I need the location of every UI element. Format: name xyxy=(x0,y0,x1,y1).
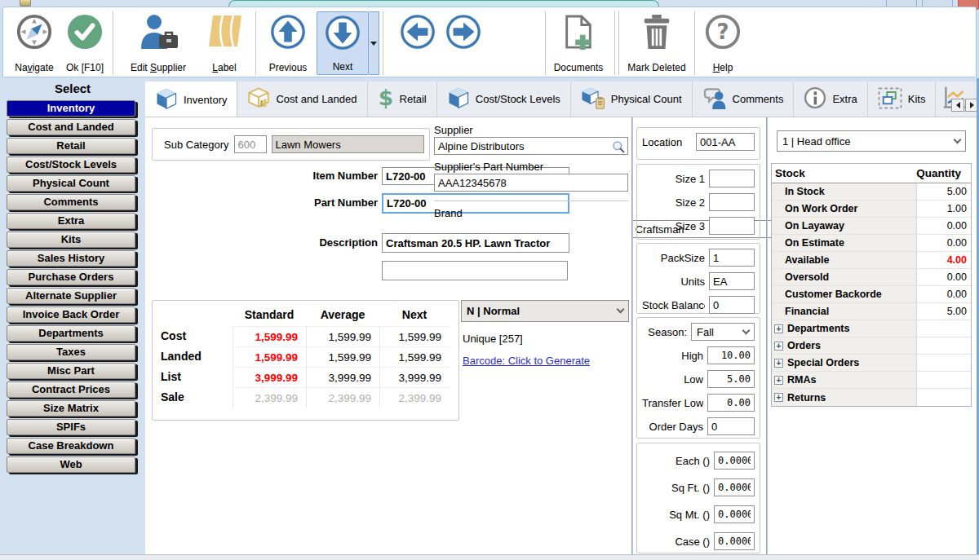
expand-plus-icon[interactable] xyxy=(774,376,783,385)
tab-extra[interactable]: Extra xyxy=(794,82,867,117)
stock-row-value xyxy=(917,337,971,354)
branch-dropdown[interactable]: 1 | Head office xyxy=(777,130,966,152)
sidebar-item-invoice-back-order[interactable]: Invoice Back Order xyxy=(7,306,135,323)
price-table: Standard Average Next Cost 1,599.99 1,59… xyxy=(156,304,455,408)
previous-button[interactable]: Previous xyxy=(263,11,313,75)
brand-label: Brand xyxy=(434,207,463,219)
arrow-down-circle-icon xyxy=(324,14,361,54)
case-label: Case () xyxy=(675,536,710,548)
case-input[interactable] xyxy=(714,532,755,550)
cube-clipboard-icon xyxy=(581,86,605,112)
next-dropdown-arrow[interactable] xyxy=(369,11,379,75)
stock-row: Customer Backorde0.00 xyxy=(772,286,971,303)
item-status-dropdown[interactable]: N | Normal xyxy=(461,300,629,322)
documents-button[interactable]: Documents xyxy=(547,11,609,75)
sub-category-name-field xyxy=(272,135,425,153)
expand-plus-icon[interactable] xyxy=(774,342,783,351)
sidebar-item-misc-part[interactable]: Misc Part xyxy=(7,363,135,379)
expand-plus-icon[interactable] xyxy=(774,359,783,368)
toolbar-separator xyxy=(618,11,619,75)
help-question-icon: ? xyxy=(704,13,742,53)
sidebar-item-retail[interactable]: Retail xyxy=(7,138,135,154)
each-input[interactable] xyxy=(714,452,755,470)
part-number-input[interactable] xyxy=(382,193,569,214)
units-input[interactable] xyxy=(709,272,755,290)
price-cell: 1,599.99 xyxy=(306,346,379,367)
navigate-button[interactable]: Navigate xyxy=(10,11,59,75)
stock-expand-row-departments[interactable]: Departments xyxy=(772,320,971,337)
description2-input[interactable] xyxy=(382,261,568,280)
next-button[interactable]: Next xyxy=(317,11,369,75)
stock-row-value: 0.00 xyxy=(917,218,971,234)
tab-inventory[interactable]: Inventory xyxy=(145,82,237,117)
stock-row-value: 4.00 xyxy=(917,252,971,268)
sidebar-item-comments[interactable]: Comments xyxy=(7,194,135,210)
each-label: Each () xyxy=(676,455,710,467)
high-input[interactable] xyxy=(707,346,755,364)
trash-icon xyxy=(640,13,674,53)
sub-category-group: Sub Category xyxy=(152,128,430,161)
document-tab[interactable] xyxy=(228,0,659,7)
sidebar-item-departments[interactable]: Departments xyxy=(7,325,135,342)
location-input[interactable] xyxy=(696,133,755,151)
sidebar-item-taxes[interactable]: Taxes xyxy=(7,344,135,360)
sidebar-item-contract-prices[interactable]: Contract Prices xyxy=(7,381,135,398)
low-input[interactable] xyxy=(707,370,755,388)
tab-cost-stock-levels[interactable]: Cost/Stock Levels xyxy=(437,82,571,117)
forward-button[interactable] xyxy=(441,11,486,75)
tab-physical-count[interactable]: Physical Count xyxy=(571,82,693,117)
arrow-left-circle-icon xyxy=(399,13,436,53)
tab-kits[interactable]: Kits xyxy=(868,82,937,117)
order-days-label: Order Days xyxy=(649,421,703,433)
sidebar-item-sales-history[interactable]: Sales History xyxy=(7,250,135,267)
price-table-group: Standard Average Next Cost 1,599.99 1,59… xyxy=(152,300,459,421)
sidebar-item-web[interactable]: Web xyxy=(7,456,135,473)
ok-button[interactable]: Ok [F10] xyxy=(59,11,111,75)
expand-plus-icon[interactable] xyxy=(774,324,783,333)
sidebar-item-size-matrix[interactable]: Size Matrix xyxy=(7,400,135,417)
label-button[interactable]: Label xyxy=(195,11,254,75)
unique-count: Unique [257] xyxy=(463,333,523,345)
sidebar-item-alternate-supplier[interactable]: Alternate Supplier xyxy=(7,288,135,304)
stock-expand-row-returns[interactable]: Returns xyxy=(772,389,971,406)
sidebar-item-purchase-orders[interactable]: Purchase Orders xyxy=(7,269,135,285)
back-button[interactable] xyxy=(395,11,441,75)
size3-input[interactable] xyxy=(709,217,755,235)
tab-retail[interactable]: $ Retail xyxy=(368,82,437,117)
sub-category-code-input[interactable] xyxy=(234,135,267,153)
barcode-generate-link[interactable]: Barcode: Click to Generate xyxy=(463,355,590,367)
order-days-input[interactable] xyxy=(707,417,755,435)
description-input[interactable] xyxy=(382,233,569,253)
season-dropdown[interactable]: Fall xyxy=(691,323,755,341)
tab-scroll-left-button[interactable] xyxy=(951,99,964,112)
sidebar-item-spifs[interactable]: SPIFs xyxy=(7,419,135,435)
size2-input[interactable] xyxy=(709,193,755,211)
supplier-part-number-input[interactable] xyxy=(434,174,628,192)
stock-row-value: 1.00 xyxy=(917,201,971,217)
stock-expand-row-orders[interactable]: Orders xyxy=(772,337,971,355)
mark-deleted-button[interactable]: Mark Deleted xyxy=(621,11,693,75)
stock-expand-row-special-orders[interactable]: Special Orders xyxy=(772,355,971,372)
packsize-input[interactable] xyxy=(709,249,755,267)
stock-expand-row-rmas[interactable]: RMAs xyxy=(772,372,971,389)
supplier-input[interactable] xyxy=(434,137,628,155)
sidebar-item-cost-stock-levels[interactable]: Cost/Stock Levels xyxy=(7,157,135,173)
sidebar-item-cost-and-landed[interactable]: Cost and Landed xyxy=(7,119,135,135)
sidebar-item-case-breakdown[interactable]: Case Breakdown xyxy=(7,438,135,454)
transfer-low-input[interactable] xyxy=(707,394,755,412)
search-icon[interactable] xyxy=(612,140,625,153)
tab-comments[interactable]: Comments xyxy=(693,82,795,117)
sqft-input[interactable] xyxy=(714,478,755,496)
tab-cost-and-landed[interactable]: Cost and Landed xyxy=(237,82,367,117)
size1-input[interactable] xyxy=(709,170,755,187)
help-button[interactable]: ? Help xyxy=(697,11,749,75)
stock-balance-input[interactable] xyxy=(709,296,755,314)
sidebar-item-inventory[interactable]: Inventory xyxy=(7,100,135,117)
sqmt-input[interactable] xyxy=(714,505,755,523)
expand-plus-icon[interactable] xyxy=(774,393,783,402)
season-label: Season: xyxy=(648,326,687,338)
edit-supplier-button[interactable]: Edit Supplier xyxy=(122,11,195,75)
sidebar-item-extra[interactable]: Extra xyxy=(7,213,135,229)
sidebar-item-physical-count[interactable]: Physical Count xyxy=(7,175,135,192)
sidebar-item-kits[interactable]: Kits xyxy=(7,231,135,248)
